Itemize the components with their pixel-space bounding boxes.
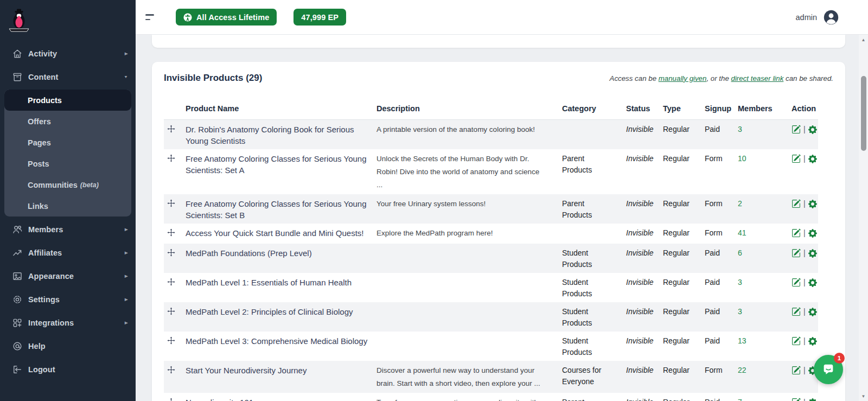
drag-handle-icon[interactable]: [167, 125, 175, 133]
submenu-label: Posts: [28, 160, 49, 168]
avatar[interactable]: [824, 10, 839, 25]
penguin-logo-icon: [7, 7, 31, 36]
product-description-cell: Unlock the Secrets of the Human Body wit…: [376, 149, 562, 194]
product-settings-button[interactable]: [808, 229, 817, 238]
sidebar-item-pages[interactable]: Pages: [4, 132, 131, 153]
top-bar: All Access Lifetime 47,999 EP admin: [136, 0, 868, 35]
products-table: Product Name Description Category Status…: [164, 101, 818, 401]
table-row: MedPath Level 2: Principles of Clinical …: [164, 302, 818, 332]
hamburger-menu-icon[interactable]: [145, 12, 156, 22]
sidebar-item-label: Logout: [28, 365, 128, 374]
product-settings-button[interactable]: [808, 155, 817, 163]
product-name-cell: Start Your Neurodiversity Journey: [186, 361, 376, 393]
product-settings-button[interactable]: [808, 278, 817, 287]
header-signup: Signup: [705, 101, 738, 120]
product-settings-button[interactable]: [808, 200, 817, 208]
product-settings-button[interactable]: [808, 308, 817, 316]
drag-handle-icon[interactable]: [167, 154, 175, 162]
sidebar-item-label: Content: [28, 73, 124, 81]
members-count-link[interactable]: 7: [738, 398, 742, 401]
sidebar-item-label: Settings: [28, 295, 125, 304]
sidebar-item-settings[interactable]: Settings ▶: [0, 288, 136, 311]
header-drag: [164, 101, 186, 120]
header-type: Type: [663, 101, 705, 120]
sidebar-item-offers[interactable]: Offers: [4, 111, 131, 132]
content-box-icon: [12, 72, 23, 82]
chat-launcher-button[interactable]: 1: [814, 355, 843, 384]
drag-handle-icon[interactable]: [167, 228, 175, 237]
manually-given-link[interactable]: manually given: [659, 74, 707, 82]
drag-handle-icon[interactable]: [167, 336, 175, 345]
sidebar-item-appearance[interactable]: Appearance ▶: [0, 264, 136, 288]
edit-product-button[interactable]: [792, 125, 801, 134]
edit-product-button[interactable]: [792, 154, 801, 163]
drag-handle-icon[interactable]: [167, 199, 175, 207]
product-signup-cell: Form: [705, 224, 738, 244]
members-count-link[interactable]: 2: [738, 199, 742, 208]
product-category-cell: [562, 224, 626, 244]
action-separator: |: [803, 365, 806, 376]
gear-icon: [808, 155, 817, 163]
points-badge[interactable]: 47,999 EP: [293, 9, 346, 26]
edit-product-button[interactable]: [792, 228, 801, 238]
help-icon: [12, 341, 23, 352]
sidebar-item-help[interactable]: Help: [0, 334, 136, 358]
table-header-row: Product Name Description Category Status…: [164, 101, 818, 120]
sidebar-item-posts[interactable]: Posts: [4, 153, 131, 174]
submenu-label: Products: [28, 96, 62, 105]
gear-icon: [808, 125, 817, 134]
plan-badge[interactable]: All Access Lifetime: [176, 9, 277, 26]
edit-product-button[interactable]: [792, 336, 801, 346]
content-area: Invisible Products (29) Access can be ma…: [136, 35, 868, 401]
members-count-link[interactable]: 22: [738, 366, 746, 374]
members-count-link[interactable]: 13: [738, 336, 746, 345]
header-category: Category: [562, 101, 626, 120]
drag-handle-icon[interactable]: [167, 249, 175, 257]
members-count-link[interactable]: 3: [738, 307, 742, 316]
members-count-link[interactable]: 3: [738, 125, 742, 133]
header-action: Action: [792, 101, 818, 120]
sidebar-item-affiliates[interactable]: Affiliates ▶: [0, 241, 136, 264]
scroll-up-arrow[interactable]: ▲: [859, 36, 868, 43]
vertical-scrollbar[interactable]: ▲ ▼: [859, 35, 868, 401]
product-status-cell: Invisible: [626, 224, 663, 244]
members-count-link[interactable]: 10: [738, 154, 746, 163]
scroll-down-arrow[interactable]: ▼: [859, 392, 868, 400]
drag-handle-icon[interactable]: [167, 307, 175, 315]
members-count-link[interactable]: 6: [738, 249, 742, 257]
edit-product-button[interactable]: [792, 278, 801, 287]
sidebar-item-communities[interactable]: Communities(beta): [4, 174, 131, 195]
members-count-link[interactable]: 41: [738, 228, 746, 237]
product-settings-button[interactable]: [808, 398, 817, 401]
drag-handle-icon[interactable]: [167, 278, 175, 286]
scrollbar-thumb[interactable]: [861, 76, 866, 151]
sidebar-item-integrations[interactable]: Integrations ▶: [0, 311, 136, 334]
sidebar-item-logout[interactable]: Logout: [0, 358, 136, 381]
edit-product-button[interactable]: [792, 199, 801, 208]
edit-pencil-icon: [792, 307, 801, 316]
direct-teaser-link[interactable]: direct teaser link: [731, 74, 784, 82]
drag-handle-icon[interactable]: [167, 366, 175, 374]
trending-up-icon: [12, 247, 23, 258]
edit-product-button[interactable]: [792, 307, 801, 316]
product-signup-cell: Paid: [705, 302, 738, 332]
product-settings-button[interactable]: [808, 125, 817, 134]
product-description-cell: [376, 244, 562, 273]
product-settings-button[interactable]: [808, 249, 817, 258]
sidebar-item-products[interactable]: Products: [4, 90, 131, 111]
members-count-link[interactable]: 3: [738, 278, 742, 287]
product-settings-button[interactable]: [808, 337, 817, 346]
drag-handle-icon[interactable]: [167, 398, 175, 401]
edit-product-button[interactable]: [792, 366, 801, 375]
edit-product-button[interactable]: [792, 398, 801, 401]
sidebar-item-links[interactable]: Links: [4, 195, 131, 217]
edit-product-button[interactable]: [792, 249, 801, 258]
sidebar-item-content[interactable]: Content ▼: [0, 65, 136, 88]
action-separator: |: [803, 397, 806, 401]
sidebar-item-members[interactable]: Members ▶: [0, 218, 136, 241]
product-type-cell: Regular: [663, 273, 705, 302]
action-separator: |: [803, 153, 806, 164]
action-separator: |: [803, 247, 806, 259]
sidebar-item-activity[interactable]: Activity ▶: [0, 42, 136, 65]
product-signup-cell: Paid: [705, 332, 738, 361]
